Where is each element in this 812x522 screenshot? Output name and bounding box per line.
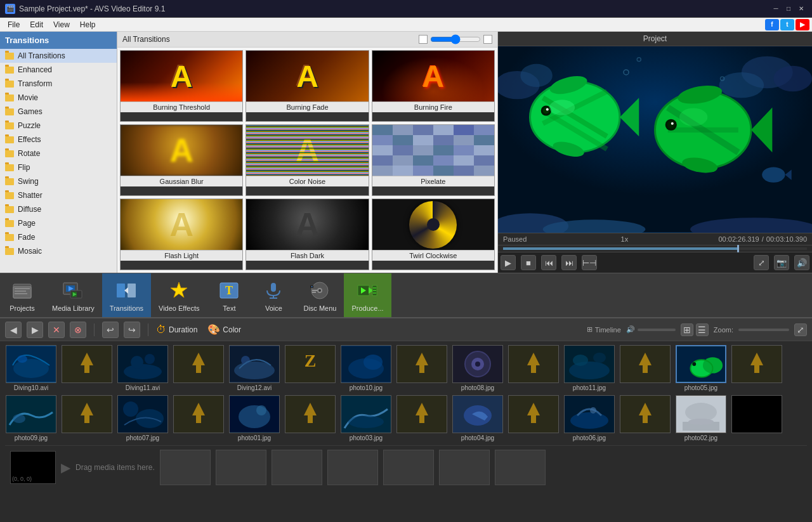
media-item-photo04[interactable]: photo04.jpg: [452, 395, 504, 441]
play-button[interactable]: ▶: [501, 255, 516, 270]
svg-rect-50: [128, 284, 136, 297]
media-item-effect5[interactable]: [508, 345, 560, 391]
media-item-effect13[interactable]: [619, 395, 671, 441]
media-item-photo06[interactable]: photo06.jpg: [563, 395, 615, 441]
sidebar-item-games[interactable]: Games: [0, 105, 117, 119]
zoom-slider[interactable]: [738, 329, 789, 331]
transition-twirl-clockwise[interactable]: Twirl Clockwise: [372, 199, 495, 270]
stop-button[interactable]: ■: [521, 255, 536, 270]
cancel-button[interactable]: ✕: [48, 322, 65, 338]
transition-flash-light[interactable]: A Flash Light: [120, 199, 243, 270]
sidebar-item-puzzle[interactable]: Puzzle: [0, 119, 117, 133]
text-button[interactable]: T Text: [207, 273, 251, 317]
media-item-effect11[interactable]: [396, 395, 448, 441]
media-item-effect1[interactable]: [61, 345, 113, 391]
grid-view-button[interactable]: ⊞: [681, 323, 693, 336]
duration-control[interactable]: ⏱ Duration: [156, 324, 197, 336]
fit-button[interactable]: ⤢: [754, 255, 769, 270]
volume-button[interactable]: 🔊: [794, 255, 809, 270]
youtube-button[interactable]: ▶: [796, 19, 809, 30]
sidebar-item-all-transitions[interactable]: All Transitions: [0, 49, 117, 63]
transition-burning-fire[interactable]: A Burning Fire: [372, 50, 495, 122]
sidebar-item-mosaic[interactable]: Mosaic: [0, 244, 117, 258]
media-item-effect3[interactable]: Z: [284, 345, 336, 391]
volume-slider[interactable]: [638, 329, 676, 331]
media-item-effect6[interactable]: [619, 345, 671, 391]
media-item-photo11[interactable]: photo11.jpg: [563, 345, 615, 391]
pause-status: Paused: [503, 235, 527, 243]
media-item-diving10[interactable]: Diving10.avi: [5, 345, 57, 391]
transition-burning-threshold[interactable]: A Burning Threshold: [120, 50, 243, 122]
sidebar-item-transform[interactable]: Transform: [0, 77, 117, 91]
minimize-button[interactable]: ─: [770, 3, 782, 15]
media-item-effect10[interactable]: [284, 395, 336, 441]
media-item-photo03[interactable]: photo03.jpg: [340, 395, 392, 441]
media-item-photo05[interactable]: photo05.jpg: [675, 345, 727, 391]
sidebar-item-fade[interactable]: Fade: [0, 230, 117, 244]
menu-help[interactable]: Help: [75, 19, 101, 30]
view-large-icon[interactable]: [483, 35, 492, 44]
sidebar-item-diffuse[interactable]: Diffuse: [0, 202, 117, 216]
maximize-button[interactable]: □: [783, 3, 794, 15]
close-button[interactable]: ✕: [796, 3, 807, 15]
back-button[interactable]: ◀: [5, 322, 22, 338]
transition-flash-dark[interactable]: A Flash Dark: [246, 199, 369, 270]
color-control[interactable]: 🎨 Color: [207, 323, 241, 336]
stop-all-button[interactable]: ⊗: [70, 322, 86, 338]
media-item-photo02[interactable]: photo02.jpg: [675, 395, 727, 441]
view-small-icon[interactable]: [419, 35, 428, 44]
media-item-effect12[interactable]: [508, 395, 560, 441]
svg-point-92: [363, 355, 383, 370]
media-item-effect7[interactable]: [731, 345, 783, 391]
split-button[interactable]: ⊢⊣: [582, 255, 597, 270]
undo-button[interactable]: ↩: [102, 322, 119, 338]
media-item-photo08[interactable]: photo08.jpg: [452, 345, 504, 391]
sidebar-item-effects[interactable]: Effects: [0, 133, 117, 147]
menu-file[interactable]: File: [3, 19, 25, 30]
sidebar-item-flip[interactable]: Flip: [0, 160, 117, 174]
media-item-photo09[interactable]: photo09.jpg: [5, 395, 57, 441]
sidebar-item-shatter[interactable]: Shatter: [0, 188, 117, 202]
sidebar-item-swing[interactable]: Swing: [0, 174, 117, 188]
media-item-effect2[interactable]: [173, 345, 225, 391]
video-effects-button[interactable]: Video Effects: [151, 273, 207, 317]
media-item-diving11[interactable]: Diving11.avi: [117, 345, 169, 391]
media-item-photo07[interactable]: photo07.jpg: [117, 395, 169, 441]
facebook-button[interactable]: f: [765, 19, 779, 30]
prev-frame-button[interactable]: ⏮: [541, 255, 556, 270]
transition-gaussian-blur[interactable]: A Gaussian Blur: [120, 124, 243, 196]
sidebar-item-enhanced[interactable]: Enhanced: [0, 63, 117, 77]
produce-button[interactable]: Produce...: [344, 273, 391, 317]
media-item-black[interactable]: [731, 395, 783, 441]
transitions-button[interactable]: Transitions: [102, 273, 151, 317]
sidebar-item-rotate[interactable]: Rotate: [0, 147, 117, 160]
sidebar-item-page[interactable]: Page: [0, 216, 117, 230]
menu-view[interactable]: View: [48, 19, 75, 30]
disc-menu-button[interactable]: Disc Menu: [296, 273, 344, 317]
snapshot-button[interactable]: 📷: [774, 255, 789, 270]
timeline-view-toggle[interactable]: ⊞ Timeline: [587, 325, 621, 334]
voice-button[interactable]: Voice: [251, 273, 296, 317]
transition-color-noise[interactable]: A Color Noise: [246, 124, 369, 196]
media-item-diving12[interactable]: Diving12.avi: [228, 345, 280, 391]
media-item-photo01[interactable]: photo01.jpg: [228, 395, 280, 441]
media-item-effect4[interactable]: [396, 345, 448, 391]
media-item-effect8[interactable]: [61, 395, 113, 441]
media-item-effect9[interactable]: [173, 395, 225, 441]
media-item-photo10[interactable]: photo10.jpg: [340, 345, 392, 391]
timeline-track[interactable]: [503, 247, 807, 250]
twitter-button[interactable]: t: [780, 19, 794, 30]
timeline-handle[interactable]: [737, 245, 739, 252]
list-view-button[interactable]: ☰: [696, 323, 709, 336]
size-slider[interactable]: [430, 34, 481, 44]
projects-button[interactable]: Projects: [0, 273, 44, 317]
transition-burning-fade[interactable]: A Burning Fade: [246, 50, 369, 122]
transition-pixelate[interactable]: Pixelate: [372, 124, 495, 196]
menu-edit[interactable]: Edit: [25, 19, 48, 30]
forward-button[interactable]: ▶: [27, 322, 43, 338]
next-frame-button[interactable]: ⏭: [561, 255, 577, 270]
fit-timeline-button[interactable]: ⤢: [794, 323, 807, 336]
sidebar-item-movie[interactable]: Movie: [0, 91, 117, 105]
media-library-button[interactable]: Media Library: [44, 273, 102, 317]
redo-button[interactable]: ↪: [124, 322, 140, 338]
